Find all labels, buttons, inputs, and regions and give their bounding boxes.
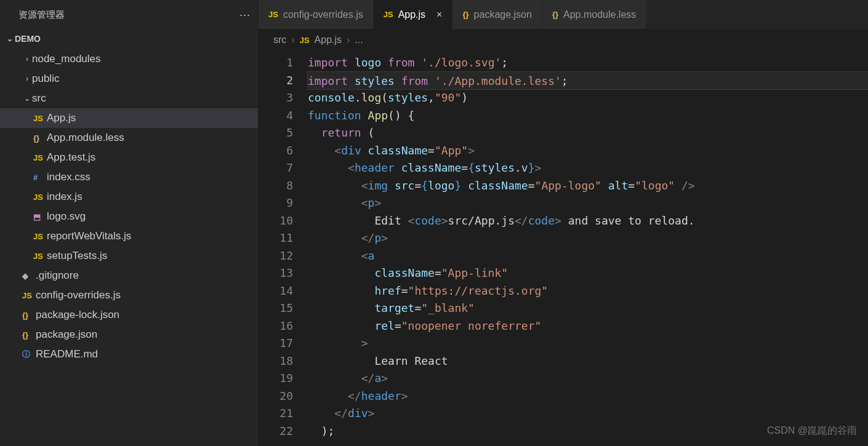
code-line[interactable]: console.log(styles,"90") [308, 89, 868, 107]
line-number: 11 [259, 229, 293, 247]
file-row[interactable]: ⬒logo.svg [0, 207, 258, 226]
code-line[interactable]: href="https://reactjs.org" [308, 282, 868, 300]
file-type-icon: JS [33, 193, 47, 202]
folder-row[interactable]: ⌄src [0, 89, 258, 108]
tab-label: App.js [398, 9, 425, 20]
file-type-icon: JS [33, 114, 47, 123]
code-line[interactable]: <p> [308, 194, 868, 212]
line-number: 2 [259, 72, 293, 90]
file-row[interactable]: JSsetupTests.js [0, 246, 258, 266]
line-number: 14 [259, 282, 293, 300]
breadcrumb-tail[interactable]: ... [355, 34, 363, 46]
tree-item-label: package.json [36, 329, 97, 341]
tree-item-label: index.js [47, 191, 82, 203]
code-line[interactable]: > [308, 335, 868, 352]
tree-item-label: setupTests.js [47, 250, 107, 262]
code-line[interactable]: </div> [308, 405, 868, 423]
line-number: 8 [259, 177, 293, 195]
explorer-sidebar: 资源管理器 ··· ⌄ DEMO ›node_modules›public⌄sr… [0, 0, 259, 446]
file-type-icon: JS [22, 291, 36, 300]
project-root[interactable]: ⌄ DEMO [0, 30, 258, 48]
file-type-icon: {} [22, 311, 36, 320]
tab-label: package.json [474, 9, 532, 20]
code-line[interactable]: </p> [308, 229, 868, 247]
chevron-right-icon: › [290, 34, 295, 46]
code-line[interactable]: import styles from './App.module.less'; [308, 72, 868, 90]
code-line[interactable]: </a> [308, 370, 868, 388]
file-type-icon: JS [33, 252, 47, 261]
breadcrumb-segment[interactable]: src [273, 34, 286, 46]
code-line[interactable]: <img src={logo} className="App-logo" alt… [308, 177, 868, 195]
code-line[interactable]: target="_blank" [308, 300, 868, 317]
code-line[interactable]: function App() { [308, 107, 868, 125]
line-number: 3 [259, 89, 293, 107]
line-number: 1 [259, 54, 293, 72]
breadcrumb[interactable]: src › JS App.js › ... [259, 30, 868, 50]
editor-tab[interactable]: JSconfig-overrides.js [259, 0, 374, 29]
tree-item-label: App.module.less [47, 132, 124, 144]
explorer-title: 资源管理器 [18, 9, 65, 21]
code-line[interactable]: rel="noopener noreferrer" [308, 317, 868, 335]
tree-item-label: package-lock.json [36, 309, 119, 321]
file-type-icon: JS [33, 232, 47, 241]
tree-item-label: App.test.js [47, 151, 95, 164]
file-row[interactable]: #index.css [0, 167, 258, 187]
line-number: 10 [259, 212, 293, 230]
code-line[interactable]: className="App-link" [308, 265, 868, 282]
editor-tab[interactable]: {}package.json [452, 0, 542, 29]
code-line[interactable]: <a [308, 247, 868, 265]
tree-item-label: public [32, 73, 59, 85]
line-gutter: 12345678910111213141516171819202122 [259, 50, 302, 446]
code-line[interactable]: return ( [308, 124, 868, 142]
line-number: 4 [259, 107, 293, 125]
editor-tab[interactable]: {}App.module.less [542, 0, 646, 29]
file-row[interactable]: {}package.json [0, 325, 258, 344]
code-line[interactable]: <header className={styles.v}> [308, 159, 868, 177]
folder-row[interactable]: ›public [0, 69, 258, 89]
breadcrumb-segment[interactable]: App.js [315, 34, 342, 46]
tree-item-label: src [32, 92, 46, 105]
file-type-icon: {} [33, 133, 47, 143]
code-line[interactable]: </header> [308, 388, 868, 405]
close-icon[interactable]: × [436, 9, 442, 20]
file-tree: ›node_modules›public⌄srcJSApp.js{}App.mo… [0, 48, 258, 446]
file-row[interactable]: JSreportWebVitals.js [0, 226, 258, 246]
file-row[interactable]: JSApp.js [0, 108, 258, 128]
code-line[interactable]: import logo from './logo.svg'; [308, 54, 868, 72]
line-number: 20 [259, 388, 293, 405]
file-row[interactable]: ⓘREADME.md [0, 344, 258, 364]
line-number: 17 [259, 335, 293, 352]
line-number: 15 [259, 300, 293, 317]
line-number: 7 [259, 159, 293, 177]
file-row[interactable]: {}App.module.less [0, 128, 258, 148]
editor-tab[interactable]: JSApp.js× [374, 0, 453, 29]
tab-label: config-overrides.js [283, 9, 363, 20]
code-line[interactable]: Learn React [308, 352, 868, 370]
file-type-icon: JS [268, 10, 278, 19]
project-name: DEMO [15, 34, 41, 44]
file-type-icon: ◆ [22, 271, 36, 281]
tree-item-label: logo.svg [47, 210, 86, 223]
line-number: 5 [259, 124, 293, 142]
code-line[interactable]: Edit <code>src/App.js</code> and save to… [308, 212, 868, 230]
file-row[interactable]: JSApp.test.js [0, 148, 258, 167]
line-number: 13 [259, 265, 293, 282]
line-number: 6 [259, 142, 293, 160]
js-icon: JS [300, 36, 310, 45]
folder-row[interactable]: ›node_modules [0, 49, 258, 69]
code-line[interactable]: ); [308, 423, 868, 440]
tree-item-label: App.js [47, 112, 76, 124]
file-type-icon: ⬒ [33, 212, 47, 221]
code-area: 12345678910111213141516171819202122 impo… [259, 50, 868, 446]
explorer-header: 资源管理器 ··· [0, 0, 258, 30]
file-type-icon: # [33, 173, 47, 182]
file-row[interactable]: JSindex.js [0, 187, 258, 207]
ellipsis-icon[interactable]: ··· [239, 9, 251, 22]
chevron-down-icon: ⌄ [22, 94, 32, 103]
file-row[interactable]: ◆.gitignore [0, 266, 258, 285]
code-line[interactable]: <div className="App"> [308, 142, 868, 160]
file-row[interactable]: JSconfig-overrides.js [0, 285, 258, 305]
chevron-down-icon: ⌄ [5, 34, 15, 43]
code-content[interactable]: import logo from './logo.svg';import sty… [302, 50, 868, 446]
file-row[interactable]: {}package-lock.json [0, 305, 258, 325]
